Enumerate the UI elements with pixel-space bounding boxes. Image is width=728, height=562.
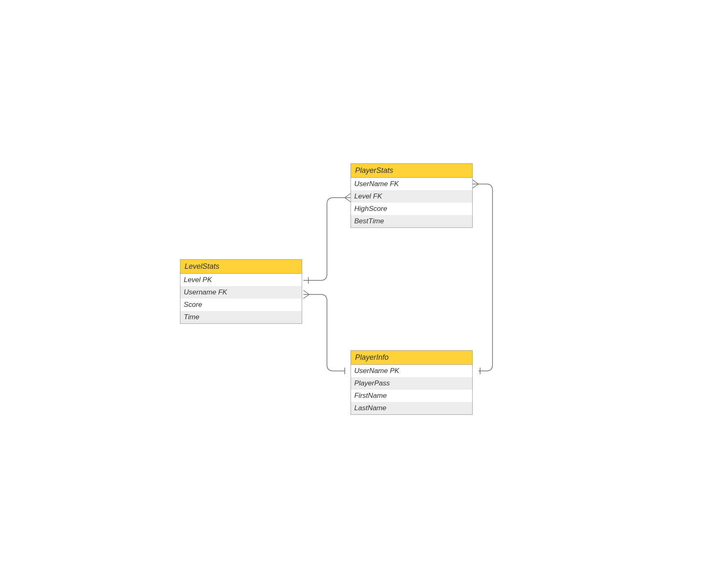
entity-levelstats-header[interactable]: LevelStats	[180, 260, 302, 274]
svg-line-1	[345, 194, 351, 198]
connector-levelstats-to-playerinfo	[303, 290, 345, 374]
entity-levelstats[interactable]: LevelStats Level PK Username FK Score Ti…	[180, 259, 302, 324]
entity-playerinfo-row-1[interactable]: PlayerPass	[351, 377, 472, 390]
svg-line-10	[473, 184, 478, 188]
entity-playerinfo-row-2[interactable]: FirstName	[351, 390, 472, 402]
entity-playerstats-row-1[interactable]: Level FK	[351, 190, 472, 203]
svg-line-3	[345, 198, 351, 202]
svg-line-6	[303, 294, 309, 299]
connectors-layer	[0, 0, 728, 562]
entity-playerstats-row-3[interactable]: BestTime	[351, 215, 472, 227]
entity-levelstats-row-1[interactable]: Username FK	[180, 286, 302, 299]
entity-levelstats-row-3[interactable]: Time	[180, 311, 302, 323]
svg-line-8	[473, 180, 478, 184]
connector-levelstats-to-playerstats	[303, 194, 351, 284]
er-diagram-canvas: LevelStats Level PK Username FK Score Ti…	[0, 0, 728, 562]
entity-playerstats-header[interactable]: PlayerStats	[351, 164, 472, 178]
entity-playerstats-row-2[interactable]: HighScore	[351, 203, 472, 215]
entity-playerinfo-row-3[interactable]: LastName	[351, 402, 472, 414]
entity-playerstats[interactable]: PlayerStats UserName FK Level FK HighSco…	[351, 163, 473, 228]
entity-playerstats-row-0[interactable]: UserName FK	[351, 178, 472, 190]
entity-playerinfo-header[interactable]: PlayerInfo	[351, 351, 472, 365]
entity-playerinfo[interactable]: PlayerInfo UserName PK PlayerPass FirstN…	[351, 350, 473, 415]
entity-playerinfo-row-0[interactable]: UserName PK	[351, 365, 472, 377]
entity-levelstats-row-2[interactable]: Score	[180, 299, 302, 311]
entity-levelstats-row-0[interactable]: Level PK	[180, 274, 302, 286]
svg-line-4	[303, 290, 309, 294]
connector-playerstats-to-playerinfo	[473, 180, 493, 374]
